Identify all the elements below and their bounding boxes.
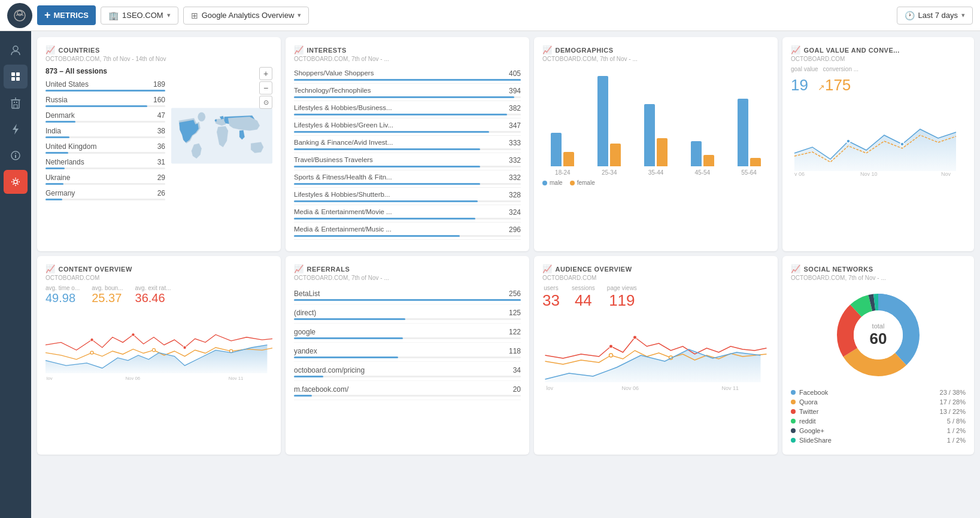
goal-value-card: 📈 GOAL VALUE AND CONVE... OCTOBOARD.COM …: [782, 37, 974, 251]
audience-pageviews: page views 119: [607, 285, 637, 310]
social-dot: [791, 419, 796, 423]
audience-overview-card: 📈 AUDIENCE OVERVIEW OCTOBOARD.COM users …: [534, 256, 778, 455]
social-dot: [791, 428, 796, 433]
grid-icon: ⊞: [191, 11, 198, 20]
social-legend-item: Quora 17 / 28%: [791, 398, 966, 406]
interest-row: Banking & Finance/Avid Invest... 333: [294, 139, 521, 153]
demo-bar-male: [738, 99, 748, 166]
countries-card: 📈 COUNTRIES OCTOBOARD.COM, 7th of Nov - …: [37, 37, 281, 251]
svg-point-26: [152, 349, 155, 352]
audience-users: users 33: [542, 285, 560, 310]
svg-point-33: [609, 354, 613, 357]
demo-bar-female: [610, 144, 621, 166]
audience-title: 📈 AUDIENCE OVERVIEW: [542, 264, 769, 273]
goal-labels: goal value conversion ...: [791, 66, 966, 72]
svg-marker-10: [13, 124, 19, 135]
sidebar-item-dashboard[interactable]: [4, 65, 28, 89]
sidebar: [0, 31, 31, 518]
svg-rect-9: [16, 102, 17, 103]
svg-point-14: [14, 180, 17, 184]
svg-text:Nov 06: Nov 06: [622, 385, 639, 391]
svg-point-18: [900, 142, 904, 146]
svg-text:Nov 11: Nov 11: [722, 385, 739, 391]
demographics-subtitle: OCTOBOARD.COM, 7th of Nov - ...: [542, 56, 769, 62]
svg-text:lov: lov: [47, 376, 53, 381]
interests-rows: Shoppers/Value Shoppers 405 Technology/T…: [294, 69, 521, 240]
svg-point-31: [609, 345, 613, 348]
interest-row: Lifestyles & Hobbies/Business... 382: [294, 104, 521, 118]
sidebar-item-info[interactable]: [4, 144, 28, 167]
period-dropdown[interactable]: 🕐 Last 7 days ▾: [897, 7, 973, 25]
interest-row: Shoppers/Value Shoppers 405: [294, 69, 521, 84]
demo-bar-male: [691, 141, 702, 166]
svg-point-24: [183, 346, 186, 349]
main-content: 📈 COUNTRIES OCTOBOARD.COM, 7th of Nov - …: [31, 31, 980, 518]
clock-icon: 🕐: [905, 11, 915, 20]
sidebar-item-flash[interactable]: [4, 117, 28, 141]
referral-row: m.facebook.com/ 20: [294, 385, 521, 400]
trend-icon: 📈: [294, 45, 304, 54]
country-row: Netherlands 31: [45, 158, 165, 169]
topbar: + METRICS 🏢 1SEO.COM ▾ ⊞ Google Analytic…: [0, 0, 980, 31]
countries-list: 873 – All sessions United States 189 Rus…: [45, 67, 165, 205]
countries-rows: United States 189 Russia 160 Denmark 47: [45, 80, 165, 200]
demo-bar-female: [657, 138, 668, 166]
interest-row: Media & Entertainment/Movie ... 324: [294, 208, 521, 223]
social-dot: [791, 409, 796, 414]
countries-header: 📈 COUNTRIES OCTOBOARD.COM, 7th of Nov - …: [45, 45, 272, 62]
site-dropdown[interactable]: 🏢 1SEO.COM ▾: [101, 7, 178, 25]
demographics-card: 📈 DEMOGRAPHICS OCTOBOARD.COM, 7th of Nov…: [534, 37, 778, 251]
social-dot: [791, 390, 796, 395]
goal-chart-svg: v 06 Nov 10 Nov: [791, 99, 966, 177]
trend-icon: 📈: [791, 264, 801, 273]
content-title: 📈 CONTENT OVERVIEW: [45, 264, 272, 273]
svg-text:Nov: Nov: [941, 171, 951, 177]
svg-text:lov: lov: [547, 385, 554, 391]
zoom-out-button[interactable]: −: [259, 81, 272, 95]
referral-row: BetaList 256: [294, 290, 521, 304]
referrals-title: 📈 REFERRALS: [294, 264, 521, 273]
plus-icon: +: [44, 9, 51, 22]
svg-rect-4: [16, 72, 20, 76]
svg-point-2: [13, 46, 18, 51]
demo-bar-female: [750, 158, 761, 166]
svg-text:Nov 10: Nov 10: [860, 171, 878, 177]
interest-row: Technology/Technophiles 394: [294, 87, 521, 101]
social-dot: [791, 400, 796, 404]
content-overview-card: 📈 CONTENT OVERVIEW OCTOBOARD.COM avg. ti…: [37, 256, 281, 455]
reset-map-button[interactable]: ⊙: [259, 96, 272, 109]
demo-bar-female: [563, 152, 574, 166]
add-metrics-button[interactable]: + METRICS: [37, 5, 96, 25]
content-metric-bounce: avg. boun... 25.37: [92, 285, 123, 305]
demo-group: 18-24: [542, 133, 583, 176]
referrals-card: 📈 REFERRALS OCTOBOARD.COM, 7th of Nov - …: [286, 256, 529, 455]
goal-values: 19 ↗175: [791, 76, 966, 95]
country-row: Ukraine 29: [45, 173, 165, 185]
zoom-in-button[interactable]: +: [259, 67, 272, 80]
trend-icon: 📈: [791, 45, 801, 54]
audience-chart-svg: lov Nov 06 Nov 11: [542, 313, 769, 391]
interest-row: Travel/Business Travelers 332: [294, 156, 521, 170]
svg-point-32: [633, 336, 637, 339]
goal-title: 📈 GOAL VALUE AND CONVE...: [791, 45, 966, 54]
sidebar-item-user[interactable]: [4, 38, 28, 62]
svg-point-23: [132, 333, 135, 336]
interests-card: 📈 INTERESTS OCTOBOARD.COM, 7th of Nov - …: [286, 37, 529, 251]
row2: 📈 CONTENT OVERVIEW OCTOBOARD.COM avg. ti…: [37, 256, 974, 455]
sidebar-item-gear[interactable]: [4, 170, 28, 194]
interest-row: Lifestyles & Hobbies/Shutterb... 328: [294, 191, 521, 205]
social-networks-card: 📈 SOCIAL NETWORKS OCTOBOARD.COM, 7th of …: [782, 256, 974, 455]
demo-legend-female: female: [570, 179, 595, 186]
demographics-title: 📈 DEMOGRAPHICS: [542, 45, 769, 54]
male-dot: [542, 181, 547, 185]
trend-icon: 📈: [45, 45, 56, 54]
goal-subtitle: OCTOBOARD.COM: [791, 56, 966, 62]
chevron-down-icon: ▾: [961, 11, 965, 19]
sidebar-item-building[interactable]: [4, 91, 28, 115]
referral-row: octoboard.com/pricing 34: [294, 366, 521, 381]
referral-row: yandex 118: [294, 347, 521, 362]
social-legend: Facebook 23 / 38% Quora 17 / 28% Twitter…: [791, 389, 966, 444]
demo-legend: male female: [542, 179, 769, 186]
svg-rect-3: [11, 72, 15, 76]
dashboard-dropdown[interactable]: ⊞ Google Analytics Overview ▾: [183, 7, 310, 25]
